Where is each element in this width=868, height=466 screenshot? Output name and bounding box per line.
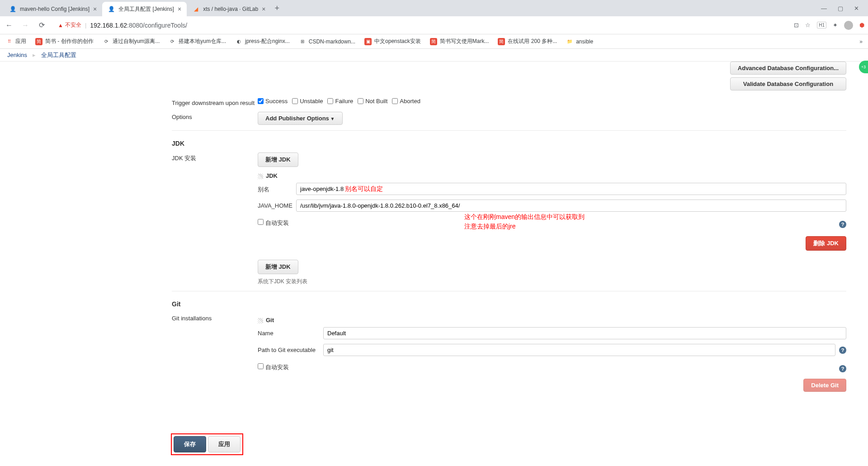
drag-handle-icon[interactable] bbox=[258, 174, 263, 179]
jdk-auto-install-checkbox[interactable]: 自动安装 bbox=[258, 219, 289, 226]
help-icon[interactable]: ? bbox=[839, 347, 846, 354]
git-subheading: Git bbox=[258, 317, 846, 323]
bookmarks-bar: ⠿应用 简简书 - 创作你的创作 ⟳通过自制yum源离... ⟳搭建本地yum仓… bbox=[0, 34, 868, 49]
options-label: Options bbox=[172, 112, 258, 120]
git-path-label: Path to Git executable bbox=[258, 347, 323, 353]
bookmark-item[interactable]: 📁ansible bbox=[566, 38, 593, 45]
add-jdk-button[interactable]: 新增 JDK bbox=[258, 152, 298, 167]
tab-title: 全局工具配置 [Jenkins] bbox=[118, 5, 174, 13]
jdk-alias-input[interactable] bbox=[296, 183, 846, 195]
checkbox-success[interactable]: Success bbox=[258, 98, 288, 105]
jenkins-icon: 👤 bbox=[9, 5, 16, 13]
close-window-icon[interactable]: ✕ bbox=[854, 5, 859, 12]
jdk-caption: 系统下JDK 安装列表 bbox=[258, 278, 846, 285]
translate-icon[interactable]: ⊡ bbox=[794, 22, 799, 29]
close-icon[interactable]: × bbox=[178, 5, 181, 13]
close-icon[interactable]: × bbox=[262, 5, 265, 13]
trigger-label: Trigger downstream upon result bbox=[172, 98, 258, 106]
browser-tab[interactable]: ◢ xts / hello-java · GitLab × bbox=[187, 2, 271, 16]
back-button[interactable]: ← bbox=[4, 21, 14, 29]
checkbox-unstable[interactable]: Unstable bbox=[292, 98, 323, 105]
git-installations-label: Git installations bbox=[172, 313, 258, 322]
maximize-icon[interactable]: ▢ bbox=[838, 5, 843, 12]
extension-icon[interactable]: ⬢ bbox=[859, 22, 864, 29]
close-icon[interactable]: × bbox=[93, 5, 97, 13]
bookmark-item[interactable]: ◐jpress-配合nginx... bbox=[235, 38, 290, 45]
git-auto-install-checkbox[interactable]: 自动安装 bbox=[258, 364, 289, 371]
forward-button[interactable]: → bbox=[20, 21, 31, 29]
help-icon[interactable]: ? bbox=[839, 221, 846, 228]
bookmark-item[interactable]: ⊞CSDN-markdown... bbox=[299, 38, 355, 45]
reload-button[interactable]: ⟳ bbox=[36, 21, 47, 29]
bookmark-item[interactable]: ⟳通过自制yum源离... bbox=[103, 38, 160, 45]
window-controls: — ▢ ✕ bbox=[816, 5, 864, 12]
git-heading: Git bbox=[172, 300, 846, 308]
java-home-label: JAVA_HOME bbox=[258, 200, 296, 212]
checkbox-aborted[interactable]: Aborted bbox=[392, 98, 420, 105]
main-content: Advanced Database Configuration... Valid… bbox=[0, 62, 868, 392]
bookmark-item[interactable]: 简简书 - 创作你的创作 bbox=[35, 38, 94, 45]
tab-title: maven-hello Config [Jenkins] bbox=[20, 6, 90, 12]
checkbox-notbuilt[interactable]: Not Built bbox=[358, 98, 387, 105]
browser-tab-strip: 👤 maven-hello Config [Jenkins] × 👤 全局工具配… bbox=[0, 0, 868, 16]
extension-h1[interactable]: H1 bbox=[817, 22, 826, 29]
chevron-right-icon: ▸ bbox=[33, 52, 36, 58]
apps-button[interactable]: ⠿应用 bbox=[5, 38, 26, 45]
minimize-icon[interactable]: — bbox=[821, 5, 827, 12]
bookmark-item[interactable]: ▣中文openstack安装 bbox=[364, 38, 421, 45]
checkbox-failure[interactable]: Failure bbox=[327, 98, 353, 105]
delete-git-button[interactable]: Delete Git bbox=[803, 379, 846, 392]
add-jdk-button-2[interactable]: 新增 JDK bbox=[258, 260, 298, 274]
add-publisher-button[interactable]: Add Publisher Options bbox=[258, 112, 343, 125]
git-path-input[interactable] bbox=[323, 344, 835, 356]
validate-db-config-button[interactable]: Validate Database Configuration bbox=[730, 77, 846, 90]
new-tab-button[interactable]: + bbox=[271, 4, 283, 13]
browser-tab[interactable]: 👤 maven-hello Config [Jenkins] × bbox=[4, 2, 102, 16]
url-bar[interactable]: ▲ 不安全 | 192.168.1.62:8080/configureTools… bbox=[52, 19, 788, 32]
breadcrumb-current[interactable]: 全局工具配置 bbox=[41, 51, 76, 59]
bookmark-item[interactable]: 简在线试用 200 多种... bbox=[498, 38, 557, 45]
address-bar: ← → ⟳ ▲ 不安全 | 192.168.1.62:8080/configur… bbox=[0, 16, 868, 34]
drag-handle-icon[interactable] bbox=[258, 318, 263, 323]
bookmark-item[interactable]: 简简书写文使用Mark... bbox=[430, 38, 489, 45]
tab-title: xts / hello-java · GitLab bbox=[203, 6, 258, 12]
browser-tab-active[interactable]: 👤 全局工具配置 [Jenkins] × bbox=[102, 2, 187, 16]
security-warning[interactable]: ▲ 不安全 bbox=[58, 21, 81, 29]
delete-jdk-button[interactable]: 删除 JDK bbox=[806, 236, 846, 251]
bookmark-item[interactable]: ⟳搭建本地yum仓库... bbox=[169, 38, 226, 45]
git-name-label: Name bbox=[258, 330, 323, 337]
breadcrumb-root[interactable]: Jenkins bbox=[7, 52, 27, 58]
advanced-db-config-button[interactable]: Advanced Database Configuration... bbox=[730, 62, 846, 75]
java-home-input[interactable] bbox=[296, 200, 846, 212]
url-text: 192.168.1.62:8080/configureTools/ bbox=[90, 22, 187, 29]
extensions-icon[interactable]: ✦ bbox=[833, 22, 838, 29]
jenkins-icon: 👤 bbox=[108, 5, 115, 13]
git-name-input[interactable] bbox=[323, 327, 846, 339]
jdk-alias-label: 别名 bbox=[258, 183, 296, 195]
jdk-heading: JDK bbox=[172, 140, 846, 147]
help-icon[interactable]: ? bbox=[839, 365, 846, 372]
jdk-install-label: JDK 安装 bbox=[172, 152, 258, 162]
breadcrumb: Jenkins ▸ 全局工具配置 bbox=[0, 49, 868, 62]
gitlab-icon: ◢ bbox=[192, 5, 199, 13]
profile-icon[interactable] bbox=[844, 21, 853, 30]
bookmarks-overflow[interactable]: » bbox=[859, 38, 863, 45]
jdk-subheading: JDK bbox=[258, 172, 846, 179]
star-icon[interactable]: ☆ bbox=[805, 22, 811, 29]
